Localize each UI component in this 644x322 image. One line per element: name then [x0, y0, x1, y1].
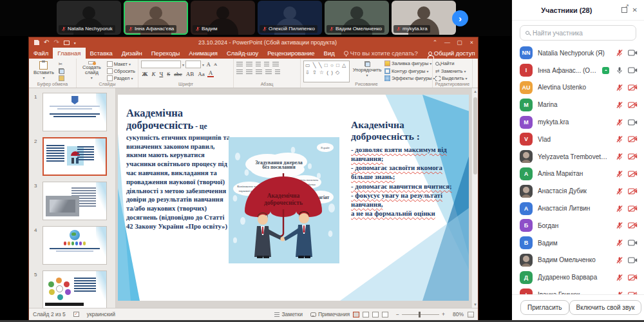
participant-row[interactable]: Yelyzaveta Trembovetska — [512, 148, 644, 166]
fit-to-window-icon[interactable] — [468, 312, 474, 317]
mic-muted-icon[interactable] — [262, 26, 267, 32]
camera-off-icon[interactable] — [628, 222, 638, 229]
mic-muted-icon[interactable] — [616, 222, 623, 229]
shapes-gallery[interactable]: ▭ ╲ ╲ □ ○ □ △ ⇩ ⇧ ☆ ( ) ◇ — [303, 61, 350, 82]
mic-muted-icon[interactable] — [61, 26, 66, 32]
camera-on-icon[interactable] — [628, 66, 638, 74]
camera-on-icon[interactable] — [628, 239, 638, 247]
video-tile[interactable]: Олексій Пилипенко — [258, 1, 322, 35]
invite-button[interactable]: Пригласить — [520, 300, 569, 315]
camera-on-icon[interactable] — [628, 118, 638, 126]
font-style-button[interactable]: abc — [173, 71, 184, 77]
participant-row[interactable]: Вадим Омельченко — [512, 252, 644, 269]
slide-thumbnail-3[interactable] — [43, 182, 107, 220]
slide-thumbnail-4[interactable] — [43, 226, 107, 265]
decrease-indent-icon[interactable] — [256, 62, 261, 67]
copy-button[interactable] — [59, 68, 64, 74]
tab-главная[interactable]: Главная — [53, 48, 85, 59]
increase-indent-icon[interactable] — [264, 62, 269, 67]
font-style-button[interactable]: S — [166, 71, 171, 77]
slide-sorter-view-icon[interactable] — [363, 312, 369, 317]
numbering-icon[interactable] — [246, 62, 252, 67]
slide-thumbnail-1[interactable] — [43, 93, 107, 131]
justify-icon[interactable] — [265, 70, 272, 75]
mic-muted-icon[interactable] — [616, 49, 623, 57]
redo-icon[interactable]: ↷ — [53, 39, 59, 46]
mic-on-icon[interactable] — [616, 66, 623, 74]
mic-muted-icon[interactable] — [616, 239, 623, 247]
shape-fill-button[interactable]: Заливка фигуры▾ — [384, 61, 430, 66]
mic-muted-icon[interactable] — [616, 205, 623, 213]
restore-button[interactable]: ▢ — [453, 37, 466, 48]
tab-слайд-шоу[interactable]: Слайд-шоу — [222, 48, 263, 59]
shape-effects-button[interactable]: Эффекты фигуры▾ — [384, 75, 430, 81]
new-slide-button[interactable]: Создать слайд▾ — [79, 61, 104, 81]
close-button[interactable]: × — [466, 37, 478, 48]
zoom-in-button[interactable]: + — [442, 311, 445, 317]
slide-thumbnail-2[interactable] — [43, 137, 107, 176]
participant-search[interactable] — [520, 25, 636, 41]
camera-off-icon[interactable] — [628, 153, 638, 160]
mic-muted-icon[interactable] — [616, 153, 623, 160]
mic-muted-icon[interactable] — [616, 101, 623, 109]
participant-row[interactable]: NNNatalia Nechyporuk (Я) — [512, 44, 644, 62]
mic-muted-icon[interactable] — [616, 135, 623, 143]
bullets-icon[interactable] — [236, 62, 243, 67]
select-button[interactable]: Выделить▾ — [435, 75, 468, 81]
mic-muted-icon[interactable] — [616, 118, 623, 126]
participant-row[interactable]: AАнастасія Литвин — [512, 200, 644, 217]
mic-muted-icon[interactable] — [616, 170, 623, 178]
zoom-slider-thumb[interactable] — [419, 312, 421, 317]
minimize-button[interactable]: — — [441, 37, 453, 48]
zoom-level[interactable]: 80% — [453, 311, 464, 317]
ribbon-options-icon[interactable]: ⌃ — [429, 37, 441, 48]
font-size-box[interactable] — [185, 61, 201, 68]
decrease-font-icon[interactable]: А — [213, 62, 218, 67]
camera-off-icon[interactable] — [628, 274, 638, 281]
font-style-button[interactable]: К — [151, 71, 156, 77]
save-icon[interactable] — [34, 40, 39, 45]
participant-row[interactable]: AАліна Маркітан — [512, 166, 644, 183]
video-tile[interactable]: Natalia Nechyporuk — [57, 1, 121, 35]
tab-анимация[interactable]: Анимация — [184, 48, 222, 59]
font-style-button[interactable]: АВ — [185, 71, 195, 77]
qat-customize-icon[interactable]: ▾ — [74, 41, 76, 45]
scroll-up-icon[interactable]: ▲ — [472, 88, 478, 95]
font-style-button[interactable]: Аа — [197, 71, 205, 77]
layout-button[interactable]: Макет▾ — [107, 61, 135, 67]
participant-row[interactable]: ДДударенко Варвара — [512, 269, 644, 286]
section-button[interactable]: Раздел▾ — [107, 75, 135, 81]
undo-icon[interactable]: ↶ — [44, 39, 49, 46]
language-indicator[interactable]: украинский — [87, 311, 115, 317]
align-center-icon[interactable] — [246, 70, 252, 75]
search-input[interactable] — [533, 30, 630, 37]
comments-toggle[interactable]: Примечания — [310, 311, 350, 317]
tab-вид[interactable]: Вид — [319, 48, 339, 59]
unmute-button[interactable]: Включить свой звук — [569, 300, 642, 315]
popout-icon[interactable] — [621, 7, 627, 13]
align-right-icon[interactable] — [256, 70, 262, 75]
font-style-button[interactable]: Ч — [158, 71, 164, 77]
participant-row[interactable]: VVlad — [512, 131, 644, 148]
participant-row[interactable]: IІнна Афанас... (Организатор) — [512, 62, 644, 79]
tab-переходы[interactable]: Переходы — [147, 48, 185, 59]
video-tile[interactable]: mykyta.kra — [392, 1, 456, 35]
arrange-button[interactable]: Упорядочить▾ — [352, 61, 382, 81]
font-style-button[interactable]: А — [207, 70, 214, 77]
mic-muted-icon[interactable] — [616, 187, 623, 195]
font-style-button[interactable]: Ж — [141, 71, 149, 77]
mic-muted-icon[interactable] — [616, 256, 623, 264]
mic-muted-icon[interactable] — [616, 84, 623, 91]
camera-off-icon[interactable] — [628, 170, 638, 178]
cut-button[interactable]: ✂ — [59, 61, 64, 67]
font-name-box[interactable] — [141, 61, 181, 68]
reset-button[interactable]: Сбросить — [107, 68, 135, 74]
tell-me-box[interactable]: Что вы хотите сделать? — [339, 48, 422, 59]
tab-файл[interactable]: Файл — [29, 48, 53, 59]
shape-outline-button[interactable]: Контур фигуры▾ — [384, 68, 430, 74]
video-tile[interactable]: Інна Афанас'єва — [124, 1, 188, 35]
format-painter-button[interactable] — [59, 75, 64, 81]
zoom-slider[interactable] — [402, 314, 439, 315]
start-slideshow-icon[interactable] — [64, 41, 70, 45]
participant-row[interactable]: Mmykyta.kra — [512, 113, 644, 131]
